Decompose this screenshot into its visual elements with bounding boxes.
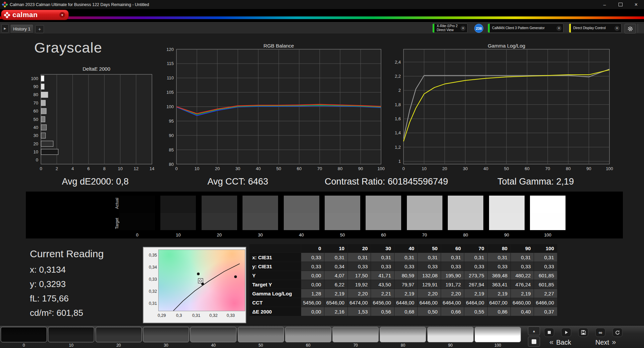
svg-text:105: 105 <box>166 90 174 95</box>
pattern-generator-dropdown-icon[interactable]: ▾ <box>556 26 561 31</box>
pattern-patch-button[interactable] <box>380 327 426 342</box>
grayscale-swatch <box>448 196 483 230</box>
pattern-control-bar: ▲ ∞ « Back <box>0 325 644 348</box>
close-button[interactable]: × <box>628 0 644 9</box>
pattern-fullfield-button[interactable] <box>528 337 540 347</box>
infinity-icon: ∞ <box>599 330 602 335</box>
pattern-window-popout-button[interactable]: ▲ <box>528 327 540 335</box>
pattern-patch-button[interactable] <box>332 327 379 342</box>
swatch-target-half <box>530 213 566 230</box>
grayscale-swatch <box>325 196 360 230</box>
table-cell: 2,19 <box>511 289 534 298</box>
pattern-patch-button[interactable] <box>48 327 94 342</box>
table-cell: 0,31 <box>394 253 417 262</box>
table-column-header: 0 <box>301 244 324 253</box>
table-cell: 2,19 <box>394 289 417 298</box>
calman-menu-dropdown-icon: ▾ <box>59 12 65 18</box>
display-control-dropdown-icon[interactable]: ▾ <box>614 26 620 31</box>
swatch-actual-half <box>530 196 566 213</box>
cie-chromaticity-panel: 0,350,340,330,320,310,290,30,310,320,33 <box>143 247 246 323</box>
meter-dropdown-icon[interactable]: ▾ <box>461 26 466 31</box>
grayscale-swatch <box>489 196 525 230</box>
window-title: Calman 2023 Calman Ultimate for Business… <box>10 2 149 7</box>
table-cell: 132,08 <box>418 271 441 280</box>
measurement-table: 0102030405060708090100x: CIE310,330,310,… <box>249 244 557 316</box>
svg-text:0: 0 <box>40 166 42 171</box>
refresh-button[interactable] <box>612 328 623 337</box>
svg-text:10: 10 <box>422 166 426 171</box>
table-cell: 0,33 <box>418 262 441 271</box>
calman-menu-button[interactable]: calman ▾ <box>1 10 69 20</box>
svg-text:6: 6 <box>87 166 90 171</box>
save-button[interactable] <box>578 328 588 337</box>
add-tab-button[interactable]: + <box>35 25 44 33</box>
table-column-header: 40 <box>394 244 417 253</box>
table-cell: 6,22 <box>324 280 347 289</box>
table-cell: 0,37 <box>534 307 557 316</box>
history-panel-toggle[interactable]: ▶ <box>1 24 9 33</box>
pattern-patch-button[interactable] <box>96 327 142 342</box>
svg-text:1,6: 1,6 <box>395 116 401 121</box>
swatch-row-label-target: Target <box>115 213 119 233</box>
table-cell: 0,31 <box>487 253 511 262</box>
tabbar-overflow[interactable] <box>638 24 644 33</box>
cie-x-tick-label: 0,29 <box>155 313 168 318</box>
grayscale-swatch <box>202 196 237 230</box>
chevron-left-icon: « <box>549 338 553 347</box>
pattern-patch-button[interactable] <box>285 327 331 342</box>
play-button[interactable] <box>561 328 571 337</box>
swatch-target-half <box>284 213 319 230</box>
table-row: CCT5456,006546,006474,006456,006448,0064… <box>250 298 557 307</box>
link-button[interactable]: ∞ <box>595 328 605 337</box>
svg-text:4: 4 <box>71 166 74 171</box>
eject-icon: ▲ <box>532 329 536 333</box>
svg-text:80: 80 <box>566 166 571 171</box>
next-button[interactable]: Next » <box>595 338 616 347</box>
meter-label: X-Rite i1Pro 2 Direct View <box>434 24 460 32</box>
pattern-patch-button[interactable] <box>190 327 236 342</box>
settings-button[interactable] <box>625 24 636 33</box>
pattern-patch-button[interactable] <box>475 327 521 342</box>
stat-total-gamma: Total Gamma: 2,19 <box>497 177 574 187</box>
table-cell: 0,66 <box>441 307 464 316</box>
table-cell: 2,19 <box>487 289 511 298</box>
table-cell: 19,92 <box>347 280 371 289</box>
calman-logo-text: calman <box>12 11 38 19</box>
deltae-chart-title: DeltaE 2000 <box>41 66 152 72</box>
table-cell: 0,00 <box>301 307 324 316</box>
swatch-target-half <box>325 213 360 230</box>
display-control-selector[interactable]: Direct Display Control ▾ <box>569 23 622 33</box>
svg-text:70: 70 <box>34 100 38 106</box>
table-cell: 0,40 <box>511 307 534 316</box>
table-cell: 0,31 <box>324 253 347 262</box>
play-icon <box>564 330 569 335</box>
svg-text:1,2: 1,2 <box>395 145 401 150</box>
pattern-patch-label: 20 <box>96 343 142 348</box>
reading-y: y: 0,3293 <box>30 279 66 289</box>
svg-text:100: 100 <box>166 104 174 109</box>
tab-history-1[interactable]: History 1 <box>10 24 34 33</box>
minimize-button[interactable]: – <box>597 0 612 9</box>
table-cell: 0,33 <box>347 262 371 271</box>
back-button[interactable]: « Back <box>549 338 571 347</box>
maximize-button[interactable] <box>612 0 628 9</box>
pattern-patch-button[interactable] <box>1 327 47 342</box>
svg-text:20: 20 <box>215 166 220 171</box>
cie-y-tick-label: 0,34 <box>144 265 157 270</box>
svg-text:120: 120 <box>166 47 174 52</box>
pattern-patch-button[interactable] <box>143 327 189 342</box>
meter-selector[interactable]: X-Rite i1Pro 2 Direct View ▾ <box>432 23 468 33</box>
table-cell: 17,50 <box>347 271 371 280</box>
pattern-patch-label: 100 <box>475 343 521 348</box>
table-cell: 0,00 <box>301 280 324 289</box>
table-cell: 0,31 <box>441 253 464 262</box>
table-cell: 1,53 <box>347 307 371 316</box>
pattern-patch-button[interactable] <box>427 327 474 342</box>
table-cell: 0,86 <box>487 307 511 316</box>
table-cell: 0,68 <box>394 307 417 316</box>
swatch-actual-half <box>119 196 155 213</box>
stop-button[interactable] <box>544 328 554 337</box>
swatch-target-half <box>448 213 483 230</box>
pattern-generator-selector[interactable]: CalMAN Client 3 Pattern Generator ▾ <box>488 23 564 33</box>
pattern-patch-button[interactable] <box>238 327 284 342</box>
